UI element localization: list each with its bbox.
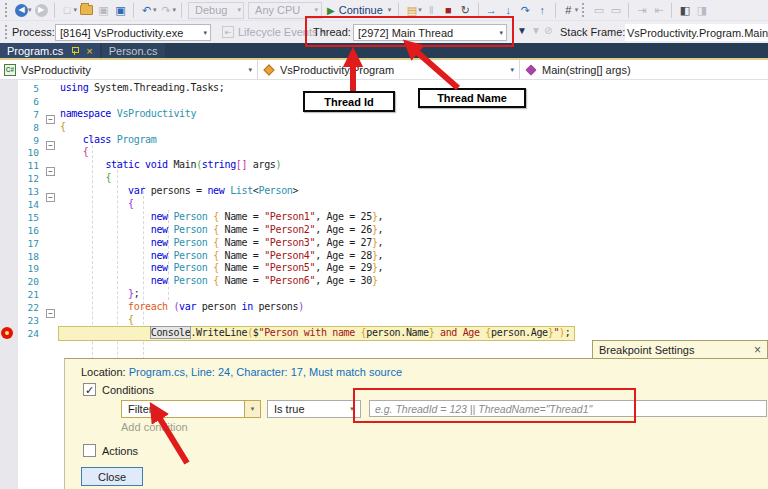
glyph-margin[interactable] [0,134,18,147]
chevron-down-icon[interactable]: ▾ [575,6,579,14]
glyph-margin[interactable] [0,146,18,159]
code-line-8[interactable]: 8{ [0,121,768,134]
chevron-down-icon: ▾ [244,401,260,417]
breakpoint-location-link[interactable]: Program.cs, Line: 24, Character: 17, Mus… [129,366,402,378]
glyph-margin[interactable] [0,211,18,224]
member-dropdown[interactable]: Main(string[] args) [520,60,768,79]
line-number: 23 [18,315,44,326]
step-over-icon[interactable]: ↷ [517,2,534,19]
conditions-checkbox[interactable]: ✓ [83,383,96,396]
line-number: 12 [18,173,44,184]
code-text: static void Main(string[] args) [60,159,281,172]
output-window-icon[interactable]: ▭ [590,2,607,19]
glyph-margin[interactable] [0,108,18,121]
reset-filter-icon[interactable]: ▼ [531,25,541,36]
toggle-flagged-icon[interactable]: ⊘ [544,25,552,36]
glyph-margin[interactable] [0,121,18,134]
glyph-margin[interactable] [0,198,18,211]
glyph-margin[interactable] [0,237,18,250]
code-area[interactable]: 5using System.Threading.Tasks;67−namespa… [0,82,768,340]
code-line-14[interactable]: 14 { [0,198,768,211]
code-line-13[interactable]: 13− var persons = new List<Person> [0,185,768,198]
glyph-margin[interactable] [0,314,18,327]
close-icon[interactable]: × [754,343,761,357]
code-line-10[interactable]: 10 { [0,146,768,159]
condition-operator-dropdown[interactable]: Is true ▾ [267,400,361,418]
step-out-icon[interactable]: ↑ [534,2,551,19]
chevron-down-icon[interactable]: ▾ [418,6,422,14]
glyph-margin[interactable] [0,250,18,263]
stack-frame-dropdown[interactable]: VsProductivity.Program.Main [625,24,768,41]
code-line-17[interactable]: 17 new Person { Name = "Person3", Age = … [0,237,768,250]
code-line-19[interactable]: 19 new Person { Name = "Person5", Age = … [0,262,768,275]
code-line-12[interactable]: 12 { [0,172,768,185]
code-line-20[interactable]: 20 new Person { Name = "Person6", Age = … [0,275,768,288]
filter-threads-icon[interactable]: ▼ [517,25,527,36]
glyph-margin[interactable] [0,288,18,301]
process-dropdown[interactable]: [8164] VsProductivity.exe ▾ [55,24,211,41]
project-dropdown[interactable]: C# VsProductivity ▾ [0,60,258,79]
actions-checkbox[interactable] [83,444,96,457]
code-text: using System.Threading.Tasks; [60,82,224,95]
next-bookmark-icon[interactable]: ◨ [693,2,710,19]
glyph-margin[interactable] [0,185,18,198]
breakpoint-settings-tab[interactable]: Breakpoint Settings × [592,340,768,358]
indent-icon[interactable]: ⇥ [633,2,650,19]
line-number: 17 [18,238,44,249]
close-button[interactable]: Close [81,467,143,486]
navigate-forward-icon[interactable]: ▶ [33,2,50,19]
thread-name-callout: Thread Name [418,88,526,108]
toolbar-grip[interactable] [5,25,10,39]
type-dropdown[interactable]: VsProductivity.Program ▾ [258,60,520,79]
line-number: 6 [18,96,44,107]
breakpoint-settings-panel: Location: Program.cs, Line: 24, Characte… [64,358,768,489]
save-all-icon[interactable]: ▣ [112,2,129,19]
visual-studio-window: ◀▾▶□▾▣▣↶▾↷▾Debug▾Any CPU▾▶Continue▾▤▾‖■↻… [0,0,768,489]
pin-icon[interactable] [71,46,78,55]
code-line-24[interactable]: 24 Console.WriteLine($"Person with name … [0,327,768,340]
code-line-18[interactable]: 18 new Person { Name = "Person4", Age = … [0,250,768,263]
code-line-9[interactable]: 9− class Program [0,134,768,147]
continue-button[interactable]: ▶Continue▾ [327,4,391,16]
glyph-margin[interactable] [0,172,18,185]
glyph-margin[interactable] [0,224,18,237]
stack-frame-label: Stack Frame: [560,26,625,38]
code-text: new Person { Name = "Person5", Age = 29}… [60,262,383,275]
tab-person-cs[interactable]: Person.cs [102,43,165,58]
code-line-16[interactable]: 16 new Person { Name = "Person2", Age = … [0,224,768,237]
chevron-down-icon[interactable]: ▾ [28,6,32,14]
glyph-margin[interactable] [0,301,18,314]
toolbar-grip[interactable] [5,3,10,17]
glyph-margin[interactable] [0,82,18,95]
glyph-margin[interactable] [0,95,18,108]
line-number: 14 [18,199,44,210]
condition-input-highlight-box [353,388,636,423]
code-text: foreach (var person in persons) [60,301,304,314]
toolbar-grip[interactable] [582,3,587,17]
line-number: 5 [18,83,44,94]
chevron-down-icon[interactable]: ▾ [173,6,177,14]
outdent-icon[interactable]: ⇤ [650,2,667,19]
chevron-down-icon[interactable]: ▾ [153,6,157,14]
filter-type-dropdown[interactable]: Filter ▾ [121,400,261,418]
save-icon[interactable]: ▣ [95,2,112,19]
solution-configuration-dropdown[interactable]: Debug▾ [188,2,244,19]
line-number: 18 [18,251,44,262]
glyph-margin[interactable] [0,327,18,340]
glyph-margin[interactable] [0,159,18,172]
code-line-15[interactable]: 15 new Person { Name = "Person1", Age = … [0,211,768,224]
immediate-window-icon[interactable]: ▭ [607,2,624,19]
close-icon[interactable]: × [86,45,92,57]
chevron-down-icon[interactable]: ▾ [74,6,78,14]
code-line-21[interactable]: 21 }; [0,288,768,301]
open-file-icon[interactable] [78,2,95,19]
code-line-11[interactable]: 11− static void Main(string[] args) [0,159,768,172]
code-line-22[interactable]: 22− foreach (var person in persons) [0,301,768,314]
breakpoint-icon[interactable] [1,327,13,339]
glyph-margin[interactable] [0,262,18,275]
glyph-margin[interactable] [0,275,18,288]
add-condition-link[interactable]: Add condition [121,421,188,433]
bookmark-icon[interactable]: ◧ [676,2,693,19]
code-text: }; [60,288,139,301]
tab-program-cs[interactable]: Program.cs × [0,43,100,58]
